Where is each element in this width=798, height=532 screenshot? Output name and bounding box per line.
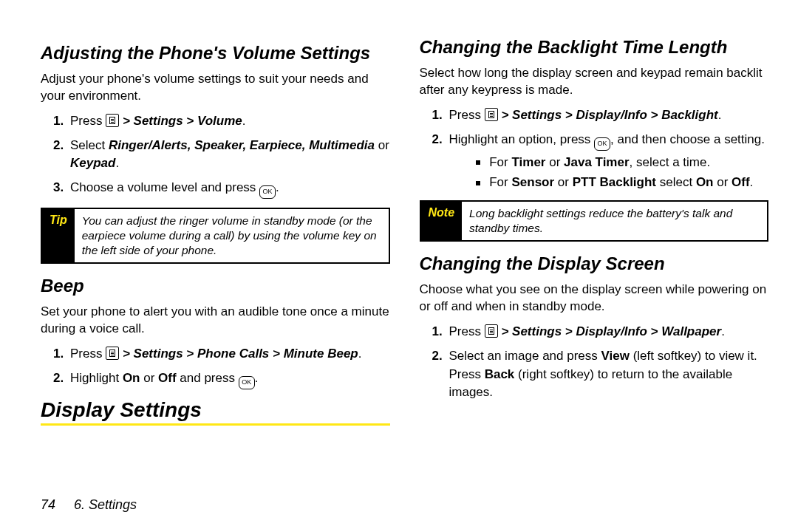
period: . bbox=[358, 347, 362, 361]
text: or bbox=[554, 175, 573, 189]
period: . bbox=[721, 324, 725, 338]
tip-body: You can adjust the ringer volume in stan… bbox=[75, 209, 389, 262]
option-off: Off bbox=[158, 371, 177, 385]
period: . bbox=[750, 175, 754, 189]
sublist-backlight: For Timer or Java Timer, select a time. … bbox=[449, 154, 769, 192]
text: and press bbox=[177, 371, 239, 385]
period: . bbox=[718, 108, 722, 122]
step-beep-1: Press > Settings > Phone Calls > Minute … bbox=[67, 345, 390, 364]
text: or bbox=[714, 175, 732, 189]
para-volume-intro: Adjust your phone's volume settings to s… bbox=[41, 71, 390, 105]
menu-key-icon bbox=[106, 347, 119, 360]
step-volume-2: Select Ringer/Alerts, Speaker, Earpiece,… bbox=[67, 137, 390, 173]
text: Select bbox=[70, 138, 109, 152]
heading-beep: Beep bbox=[41, 276, 390, 296]
step-backlight-2: Highlight an option, press OK, and then … bbox=[446, 131, 769, 192]
list-volume-steps: Press > Settings > Volume. Select Ringer… bbox=[41, 112, 390, 199]
heading-display-settings: Display Settings bbox=[41, 398, 390, 422]
period: . bbox=[276, 180, 279, 194]
menu-key-icon bbox=[106, 114, 119, 127]
step-backlight-1: Press > Settings > Display/Info > Backli… bbox=[446, 106, 769, 125]
text: , and then choose a setting. bbox=[610, 132, 765, 146]
heading-backlight: Changing the Backlight Time Length bbox=[420, 37, 769, 58]
para-beep-intro: Set your phone to alert you with an audi… bbox=[41, 304, 390, 338]
text: or bbox=[545, 155, 564, 169]
opt-timer: Timer bbox=[511, 155, 545, 169]
para-display-intro: Choose what you see on the display scree… bbox=[420, 282, 769, 316]
page-footer: 74 6. Settings bbox=[41, 497, 137, 513]
heading-volume-settings: Adjusting the Phone's Volume Settings bbox=[41, 43, 390, 64]
text: For bbox=[489, 155, 511, 169]
sub-timer: For Timer or Java Timer, select a time. bbox=[476, 154, 769, 171]
menu-key-icon bbox=[485, 324, 498, 338]
text: Highlight an option, press bbox=[449, 132, 595, 146]
section-label: 6. Settings bbox=[74, 497, 137, 512]
opt-on: On bbox=[696, 175, 714, 189]
text: or bbox=[140, 371, 158, 385]
text: Press bbox=[449, 324, 485, 338]
note-body: Long backlight settings reduce the batte… bbox=[462, 202, 767, 240]
text: select bbox=[656, 175, 696, 189]
period: . bbox=[115, 156, 119, 170]
tip-label: Tip bbox=[42, 209, 75, 262]
sub-sensor: For Sensor or PTT Backlight select On or… bbox=[476, 174, 769, 191]
step-volume-3: Choose a volume level and press OK. bbox=[67, 179, 390, 199]
opt-off: Off bbox=[732, 175, 750, 189]
text: Select an image and press bbox=[449, 349, 601, 363]
nav-path: > Settings > Display/Info > Wallpaper bbox=[501, 324, 721, 338]
softkey-back: Back bbox=[485, 367, 515, 381]
step-display-1: Press > Settings > Display/Info > Wallpa… bbox=[446, 323, 769, 341]
note-box: Note Long backlight settings reduce the … bbox=[420, 200, 769, 242]
period: . bbox=[255, 371, 259, 385]
nav-path: > Settings > Display/Info > Backlight bbox=[501, 108, 717, 122]
page-number: 74 bbox=[41, 497, 55, 512]
opt-java-timer: Java Timer bbox=[564, 155, 630, 169]
text: or bbox=[375, 138, 389, 152]
softkey-view: View bbox=[601, 349, 630, 363]
para-backlight-intro: Select how long the display screen and k… bbox=[420, 65, 769, 99]
heading-display-screen: Changing the Display Screen bbox=[420, 253, 769, 274]
text: For bbox=[489, 175, 511, 189]
ok-key-icon: OK bbox=[259, 185, 276, 199]
nav-path: > Settings > Phone Calls > Minute Beep bbox=[123, 347, 358, 361]
option-keypad: Keypad bbox=[70, 156, 115, 170]
opt-sensor: Sensor bbox=[511, 175, 554, 189]
text: Press bbox=[70, 347, 106, 361]
text: Choose a volume level and press bbox=[70, 180, 259, 194]
list-display-steps: Press > Settings > Display/Info > Wallpa… bbox=[420, 323, 769, 402]
opt-ptt: PTT Backlight bbox=[573, 175, 656, 189]
list-backlight-steps: Press > Settings > Display/Info > Backli… bbox=[420, 106, 769, 191]
step-beep-2: Highlight On or Off and press OK. bbox=[67, 369, 390, 389]
text: Highlight bbox=[70, 371, 123, 385]
menu-key-icon bbox=[485, 108, 498, 121]
page-columns: Adjusting the Phone's Volume Settings Ad… bbox=[41, 37, 768, 495]
step-volume-1: Press > Settings > Volume. bbox=[67, 112, 390, 131]
ok-key-icon: OK bbox=[239, 376, 255, 389]
options-bold: Ringer/Alerts, Speaker, Earpiece, Multim… bbox=[109, 138, 375, 152]
text: , select a time. bbox=[630, 155, 711, 169]
period: . bbox=[242, 114, 246, 128]
nav-path: > Settings > Volume bbox=[123, 114, 242, 128]
ok-key-icon: OK bbox=[594, 137, 610, 151]
note-label: Note bbox=[421, 202, 463, 240]
yellow-rule bbox=[41, 423, 390, 426]
list-beep-steps: Press > Settings > Phone Calls > Minute … bbox=[41, 345, 390, 389]
option-on: On bbox=[123, 371, 140, 385]
step-display-2: Select an image and press View (left sof… bbox=[446, 347, 769, 402]
text: Press bbox=[70, 114, 106, 128]
text: Press bbox=[449, 108, 485, 122]
tip-box: Tip You can adjust the ringer volume in … bbox=[41, 208, 390, 264]
